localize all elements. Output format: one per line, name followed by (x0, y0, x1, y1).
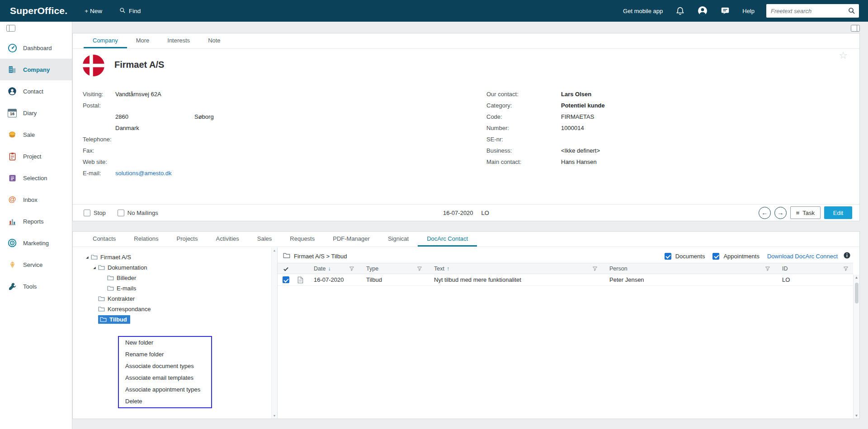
expand-panel-icon[interactable] (851, 25, 861, 32)
sidebar-item-label: Inbox (23, 196, 38, 203)
sidebar-item-selection[interactable]: Selection (0, 167, 72, 189)
tab-interests[interactable]: Interests (158, 33, 199, 48)
sidebar-item-dashboard[interactable]: Dashboard (0, 37, 72, 59)
header-select-all[interactable] (278, 263, 294, 274)
menu-item-associate-document-types[interactable]: Associate document types (119, 360, 211, 372)
filter-funnel-icon[interactable] (843, 266, 849, 271)
info-icon[interactable] (844, 252, 850, 260)
download-docarc-connect-link[interactable]: Download DocArc Connect (767, 253, 838, 260)
collapse-sidebar-icon[interactable] (6, 25, 16, 32)
header-id[interactable]: ID (775, 263, 853, 274)
sidebar-item-service[interactable]: Service (0, 254, 72, 275)
tab-note[interactable]: Note (199, 33, 229, 48)
field-label: Main contact: (486, 159, 561, 165)
sidebar-item-inbox[interactable]: @ Inbox (0, 189, 72, 210)
tree-node-korrespondance[interactable]: Korrespondance (73, 304, 277, 314)
next-record-button[interactable]: → (774, 207, 787, 219)
scroll-down-icon[interactable]: ▼ (273, 414, 276, 417)
expanded-arrow-icon[interactable]: ◢ (84, 256, 91, 259)
chat-icon[interactable] (720, 5, 731, 16)
field-label: Our contact: (486, 91, 561, 98)
menu-item-rename-folder[interactable]: Rename folder (119, 349, 211, 360)
folder-icon (107, 275, 114, 281)
app-logo[interactable]: SuperOffice. (10, 5, 67, 16)
filter-funnel-icon[interactable] (417, 266, 422, 271)
tab-pdf-manager[interactable]: PDF-Manager (324, 232, 379, 247)
record-updated-date: 16-07-2020 (443, 210, 473, 216)
header-person[interactable]: Person (602, 263, 775, 274)
sidebar-item-reports[interactable]: Reports (0, 210, 72, 232)
appointments-checkbox[interactable] (712, 253, 719, 260)
filter-funnel-icon[interactable] (592, 266, 598, 271)
tree-node-kontrakter[interactable]: Kontrakter (73, 294, 277, 304)
field-label: Postal: (83, 102, 115, 109)
user-profile-icon[interactable] (697, 5, 708, 16)
tree-scrollbar[interactable]: ▲▼ (271, 247, 277, 419)
email-link[interactable]: solutions@amesto.dk (115, 170, 194, 177)
grid-scrollbar[interactable]: ▲ ▼ (853, 275, 859, 419)
help-link[interactable]: Help (742, 8, 755, 14)
field-label: Number: (486, 125, 561, 131)
field-value: <Ikke definert> (561, 147, 600, 154)
tab-activities[interactable]: Activities (207, 232, 248, 247)
archive-panel: Contacts Relations Projects Activities S… (72, 231, 860, 419)
task-button[interactable]: ≡Task (790, 206, 821, 219)
menu-item-associate-email-templates[interactable]: Associate email templates (119, 372, 211, 384)
sort-asc-icon: ↑ (447, 266, 449, 272)
tab-company[interactable]: Company (84, 33, 127, 48)
scroll-down-icon[interactable]: ▼ (855, 414, 859, 418)
menu-item-delete[interactable]: Delete (119, 396, 211, 407)
notifications-bell-icon[interactable] (675, 5, 685, 16)
field-value: Danmark (115, 125, 194, 131)
sidebar-item-company[interactable]: Company (0, 59, 72, 80)
tab-docarc-contact[interactable]: DocArc Contact (418, 232, 477, 247)
tree-node-selected[interactable]: Tilbud (98, 315, 130, 324)
tab-contacts[interactable]: Contacts (84, 232, 125, 247)
sidebar-item-contact[interactable]: Contact (0, 80, 72, 102)
stop-checkbox[interactable] (84, 210, 90, 216)
new-button[interactable]: + New (85, 8, 102, 14)
header-date[interactable]: Date↓ (307, 263, 359, 274)
tab-signicat[interactable]: Signicat (379, 232, 418, 247)
table-row[interactable]: 16-07-2020 Tilbud Nyt tilbud med mere fu… (278, 274, 853, 286)
tree-node-tilbud[interactable]: Tilbud (73, 314, 277, 325)
tab-sales[interactable]: Sales (248, 232, 281, 247)
field-row: Our contact:Lars Olsen (486, 89, 740, 100)
sidebar-item-tools[interactable]: Tools (0, 275, 72, 297)
tab-requests[interactable]: Requests (281, 232, 324, 247)
menu-item-new-folder[interactable]: New folder (119, 337, 211, 349)
get-mobile-app-link[interactable]: Get mobile app (623, 8, 663, 14)
header-text[interactable]: Text↑ (427, 263, 602, 274)
documents-checkbox[interactable] (665, 253, 671, 260)
row-checkbox[interactable] (283, 276, 289, 283)
tree-node-billeder[interactable]: Billeder (73, 273, 277, 283)
tree-node-dokumentation[interactable]: ◢ Dokumentation (73, 262, 277, 273)
tree-node-label: Billeder (117, 275, 136, 281)
sidebar-item-diary[interactable]: 16 Diary (0, 102, 72, 124)
sidebar-item-sale[interactable]: Sale (0, 124, 72, 145)
sidebar-item-marketing[interactable]: Marketing (0, 232, 72, 254)
tree-node-emails[interactable]: E-mails (73, 283, 277, 294)
sidebar-item-project[interactable]: Project (0, 145, 72, 167)
tab-relations[interactable]: Relations (125, 232, 167, 247)
tab-projects[interactable]: Projects (168, 232, 207, 247)
filter-funnel-icon[interactable] (349, 266, 354, 271)
scrollbar-thumb[interactable] (855, 283, 859, 303)
field-row: 2860Søborg (83, 111, 363, 122)
menu-item-associate-appointment-types[interactable]: Associate appointment types (119, 384, 211, 396)
tree-node-root[interactable]: ◢ Firmaet A/S (73, 252, 277, 262)
favorite-star-icon[interactable]: ☆ (839, 50, 848, 61)
tab-more[interactable]: More (127, 33, 159, 48)
edit-button[interactable]: Edit (824, 206, 852, 219)
filter-funnel-icon[interactable] (765, 266, 770, 271)
scroll-up-icon[interactable]: ▲ (273, 249, 276, 252)
expanded-arrow-icon[interactable]: ◢ (91, 266, 98, 270)
scroll-up-icon[interactable]: ▲ (855, 275, 859, 280)
field-row: Number:1000014 (486, 122, 740, 134)
search-submit-icon[interactable] (848, 7, 856, 16)
previous-record-button[interactable]: ← (759, 207, 771, 219)
header-type[interactable]: Type (359, 263, 427, 274)
freetext-search-input[interactable] (766, 4, 859, 18)
no-mailings-checkbox[interactable] (118, 210, 124, 216)
find-button[interactable]: Find (119, 7, 141, 15)
